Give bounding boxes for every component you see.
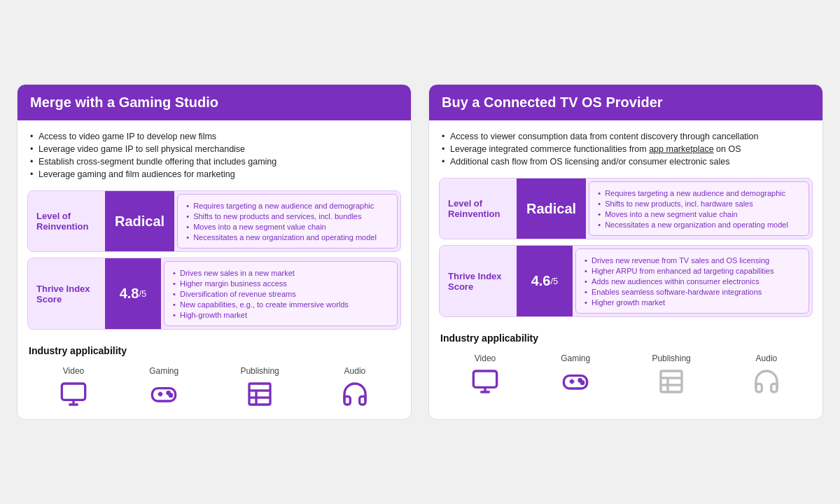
svg-rect-0 <box>62 384 85 400</box>
gamepad-icon-2 <box>561 368 589 396</box>
card1-industry-video-label: Video <box>63 366 84 376</box>
card1-bullet-4: Leverage gaming and film audiences for m… <box>30 168 398 181</box>
svg-point-19 <box>582 382 584 384</box>
main-container: Merge with a Gaming Studio Access to vid… <box>0 67 840 437</box>
card2-thrive-detail-5: Higher growth market <box>584 297 800 307</box>
card2-thrive-detail-2: Higher ARPU from enhanced ad targeting c… <box>584 265 800 276</box>
card1-thrive-details: Drives new sales in a new market Higher … <box>164 261 398 326</box>
card2-thrive-denom: /5 <box>550 276 558 286</box>
gamepad-icon <box>150 380 178 408</box>
card1-thrive-detail-2: Higher margin business access <box>173 278 388 288</box>
card2-thrive-details: Drives new revenue from TV sales and OS … <box>575 248 809 314</box>
card1-body: Access to video game IP to develop new f… <box>18 120 411 190</box>
card2-body: Access to viewer consumption data from c… <box>429 120 822 178</box>
card2-bullet-3: Additional cash flow from OS licensing a… <box>442 155 810 168</box>
card2-reinvention-row: Level of Reinvention Radical Requires ta… <box>439 178 813 239</box>
svg-point-7 <box>170 394 172 396</box>
card1-industry-audio: Audio <box>341 366 369 408</box>
card1-bullet-1: Access to video game IP to develop new f… <box>30 130 398 143</box>
card2-industry-publishing-label: Publishing <box>652 354 690 363</box>
card2-reinvention-detail-1: Requires targeting a new audience and de… <box>598 188 800 198</box>
card2-thrive-detail-1: Drives new revenue from TV sales and OS … <box>584 255 800 265</box>
card1-bullet-3: Establish cross-segment bundle offering … <box>30 155 398 168</box>
card2-industry-publishing: Publishing <box>652 354 690 396</box>
card2-thrive-number: 4.6 <box>531 273 551 289</box>
card1-reinvention-row: Level of Reinvention Radical Requires ta… <box>27 190 401 252</box>
card2-metrics: Level of Reinvention Radical Requires ta… <box>429 178 822 324</box>
card1-industry-publishing: Publishing <box>240 366 279 408</box>
book-icon <box>246 380 274 408</box>
card2-industry-audio-label: Audio <box>756 354 778 363</box>
monitor-icon <box>59 380 88 408</box>
card2-industry-gaming: Gaming <box>561 354 590 396</box>
card2-bullet-2: Leverage integrated commerce functionali… <box>442 143 810 155</box>
card1-thrive-denom: /5 <box>139 288 146 299</box>
card1-reinvention-detail-4: Necessitates a new organization and oper… <box>186 232 388 242</box>
card1-bullet-2: Leverage video game IP to sell physical … <box>30 143 398 155</box>
svg-rect-12 <box>473 371 496 387</box>
card1-industry-title: Industry applicability <box>29 345 400 356</box>
card2-thrive-value: 4.6/5 <box>517 246 573 316</box>
card1-thrive-detail-3: Diversification of revenue streams <box>173 288 388 299</box>
card2-thrive-label: Thrive Index Score <box>440 246 517 316</box>
card1-industry: Industry applicability Video Gaming Publ… <box>18 337 411 419</box>
card1-industry-publishing-label: Publishing <box>240 366 279 376</box>
book-icon-2 <box>657 368 685 396</box>
card2-title: Buy a Connected TV OS Provider <box>429 85 822 120</box>
card2-reinvention-details: Requires targeting a new audience and de… <box>589 181 809 236</box>
card2-industry-gaming-label: Gaming <box>561 354 590 363</box>
card2-bullet-1: Access to viewer consumption data from c… <box>442 130 810 143</box>
card1-reinvention-label: Level of Reinvention <box>28 191 105 251</box>
card1-thrive-value: 4.8/5 <box>105 258 161 329</box>
card1-metrics: Level of Reinvention Radical Requires ta… <box>18 190 411 337</box>
card1-bullet-list: Access to video game IP to develop new f… <box>30 130 398 181</box>
card1-thrive-label: Thrive Index Score <box>28 258 105 329</box>
card1-thrive-detail-4: New capabilities, e.g., to create immers… <box>173 299 388 309</box>
card2-reinvention-detail-3: Moves into a new segment value chain <box>598 209 800 219</box>
card1-thrive-detail-5: High-growth market <box>173 309 388 320</box>
card2-reinvention-value: Radical <box>517 178 586 239</box>
headphones-icon <box>341 380 369 408</box>
card2-reinvention-label: Level of Reinvention <box>440 178 517 239</box>
card1-reinvention-detail-3: Moves into a new segment value chain <box>186 221 388 232</box>
card1-reinvention-detail-1: Requires targeting a new audience and de… <box>186 200 388 211</box>
card1-industry-gaming-label: Gaming <box>149 366 178 376</box>
card1-reinvention-details: Requires targeting a new audience and de… <box>177 194 398 248</box>
card1-title: Merge with a Gaming Studio <box>18 85 411 120</box>
card2-thrive-detail-3: Adds new audiences within consumer elect… <box>584 276 800 286</box>
card1-industry-video: Video <box>59 366 88 408</box>
headphones-icon-2 <box>752 368 780 396</box>
card1-thrive-row: Thrive Index Score 4.8/5 Drives new sale… <box>27 258 401 330</box>
svg-rect-20 <box>661 371 682 392</box>
card2-industry-video-label: Video <box>475 354 496 363</box>
card1-thrive-detail-1: Drives new sales in a new market <box>173 267 388 278</box>
card1-thrive-number: 4.8 <box>120 286 139 302</box>
card2-industry-audio: Audio <box>752 354 780 396</box>
card2-industry-video: Video <box>471 354 499 396</box>
card2-thrive-row: Thrive Index Score 4.6/5 Drives new reve… <box>439 245 813 317</box>
card1-industry-audio-label: Audio <box>344 366 366 376</box>
monitor-icon-2 <box>471 368 499 396</box>
card-tv-provider: Buy a Connected TV OS Provider Access to… <box>428 84 823 420</box>
card1-industry-icons: Video Gaming Publishing <box>29 366 400 408</box>
svg-rect-8 <box>249 384 270 405</box>
card2-industry-title: Industry applicability <box>440 332 811 344</box>
card2-industry: Industry applicability Video Gaming Publ… <box>429 324 822 407</box>
card2-reinvention-detail-2: Shifts to new products, incl. hardware s… <box>598 198 800 209</box>
card-gaming-studio: Merge with a Gaming Studio Access to vid… <box>17 84 412 420</box>
card2-reinvention-detail-4: Necessitates a new organization and oper… <box>598 219 800 230</box>
card1-industry-gaming: Gaming <box>149 366 178 408</box>
card2-thrive-detail-4: Enables seamless software-hardware integ… <box>584 286 800 297</box>
card1-reinvention-detail-2: Shifts to new products and services, inc… <box>186 211 388 221</box>
card2-bullet-list: Access to viewer consumption data from c… <box>442 130 810 168</box>
card1-reinvention-value: Radical <box>105 191 174 251</box>
card2-industry-icons: Video Gaming Publishing <box>440 354 811 396</box>
